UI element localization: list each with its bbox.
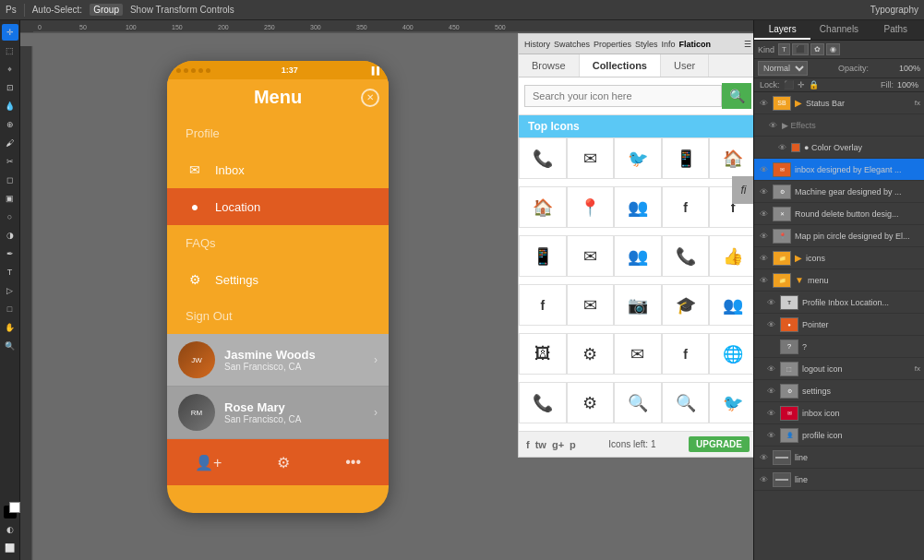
menu-item-profile[interactable]: Profile bbox=[167, 115, 389, 151]
quick-mask[interactable]: ◐ bbox=[2, 521, 18, 538]
properties-tab[interactable]: Properties bbox=[594, 40, 631, 49]
search-input[interactable] bbox=[524, 85, 722, 107]
layer-effects[interactable]: 👁 ▶ Effects bbox=[754, 114, 924, 137]
icon-users[interactable]: 👥 bbox=[614, 235, 662, 277]
layer-line-1[interactable]: 👁 line bbox=[754, 447, 924, 469]
lock-pos-icon[interactable]: ✛ bbox=[798, 80, 805, 89]
facebook-social-icon[interactable]: f bbox=[526, 439, 530, 450]
icon-mail[interactable]: ✉ bbox=[567, 137, 615, 179]
icon-home2[interactable]: 🏠 bbox=[519, 186, 567, 228]
layer-logout[interactable]: 👁 ⬚ logout icon fx bbox=[754, 358, 924, 380]
styles-tab[interactable]: Styles bbox=[635, 40, 658, 49]
visibility-icon[interactable]: 👁 bbox=[758, 453, 769, 462]
icon-phone[interactable]: 📞 bbox=[519, 137, 567, 179]
panel-menu-icon[interactable]: ☰ bbox=[744, 40, 751, 49]
hand-tool[interactable]: ✋ bbox=[2, 319, 18, 336]
shape-tool[interactable]: □ bbox=[2, 301, 18, 317]
pen-tool[interactable]: ✒ bbox=[2, 245, 18, 262]
flaticon-tab[interactable]: Flaticon bbox=[679, 40, 712, 49]
icon-group[interactable]: 👥 bbox=[614, 186, 662, 228]
path-tool[interactable]: ▷ bbox=[2, 282, 18, 299]
paths-tab[interactable]: Paths bbox=[868, 20, 924, 40]
icon-globe[interactable]: 🌐 bbox=[709, 333, 753, 375]
icon-fb4[interactable]: f bbox=[662, 333, 710, 375]
visibility-icon[interactable]: 👁 bbox=[758, 209, 769, 219]
icon-phone2[interactable]: 📱 bbox=[662, 137, 710, 179]
move-tool[interactable]: ✛ bbox=[2, 24, 18, 41]
upgrade-button[interactable]: UPGRADE bbox=[689, 436, 750, 452]
visibility-icon[interactable]: 👁 bbox=[765, 431, 776, 440]
icon-twitter[interactable]: 🐦 bbox=[614, 137, 662, 179]
screen-mode[interactable]: ⬜ bbox=[2, 540, 18, 556]
menu-item-faqs[interactable]: FAQs bbox=[167, 225, 389, 261]
icon-image[interactable]: 🖼 bbox=[519, 333, 567, 375]
icon-mail2[interactable]: ✉ bbox=[567, 284, 615, 326]
zoom-tool[interactable]: 🔍 bbox=[2, 338, 18, 354]
user-item-rose[interactable]: RM Rose Mary San Francisco, CA › bbox=[167, 387, 389, 439]
user-tab[interactable]: User bbox=[661, 54, 709, 77]
icon-gear2[interactable]: ⚙ bbox=[567, 382, 615, 423]
filter-adjust[interactable]: ⬛ bbox=[792, 43, 809, 55]
close-button[interactable]: ✕ bbox=[361, 89, 379, 107]
gplus-social-icon[interactable]: g+ bbox=[552, 439, 564, 450]
history-tab[interactable]: History bbox=[524, 40, 550, 49]
menu-item-inbox[interactable]: ✉ Inbox bbox=[167, 151, 389, 188]
lasso-tool[interactable]: ⌖ bbox=[2, 61, 18, 77]
clone-tool[interactable]: ✂ bbox=[2, 153, 18, 170]
lock-pixel-icon[interactable]: ⬛ bbox=[784, 80, 794, 89]
swatches-tab[interactable]: Swatches bbox=[554, 40, 590, 49]
visibility-icon[interactable]: 👁 bbox=[765, 364, 776, 374]
gradient-tool[interactable]: ▣ bbox=[2, 190, 18, 207]
icon-phone3[interactable]: 📞 bbox=[519, 382, 567, 423]
layer-line-2[interactable]: 👁 line bbox=[754, 469, 924, 491]
icon-home[interactable]: 🏠 bbox=[709, 137, 753, 179]
healing-tool[interactable]: ⊕ bbox=[2, 116, 18, 133]
layer-icons-folder[interactable]: 👁 📁 ▶ icons bbox=[754, 247, 924, 269]
visibility-icon[interactable]: 👁 bbox=[767, 121, 778, 130]
twitter-social-icon[interactable]: tw bbox=[535, 439, 546, 450]
visibility-icon[interactable]: 👁 bbox=[758, 475, 769, 484]
layer-pointer[interactable]: 👁 ● Pointer bbox=[754, 314, 924, 336]
visibility-icon[interactable]: 👁 bbox=[776, 143, 787, 152]
visibility-icon[interactable]: 👁 bbox=[758, 187, 769, 197]
add-user-icon[interactable]: 👤+ bbox=[195, 454, 222, 471]
lock-all-icon[interactable]: 🔒 bbox=[809, 80, 819, 89]
collections-tab[interactable]: Collections bbox=[580, 54, 661, 77]
select-tool[interactable]: ⬚ bbox=[2, 42, 18, 59]
filter-type[interactable]: ✿ bbox=[810, 43, 824, 55]
icon-fb3[interactable]: f bbox=[519, 284, 567, 326]
layer-menu-folder[interactable]: 👁 📁 ▼ menu bbox=[754, 269, 924, 292]
blur-tool[interactable]: ○ bbox=[2, 209, 18, 225]
brush-tool[interactable]: 🖌 bbox=[2, 135, 18, 151]
layer-profile-icon[interactable]: 👁 👤 profile icon bbox=[754, 424, 924, 447]
layer-settings[interactable]: 👁 ⚙ settings bbox=[754, 380, 924, 402]
crop-tool[interactable]: ⊡ bbox=[2, 79, 18, 96]
menu-item-settings[interactable]: ⚙ Settings bbox=[167, 261, 389, 298]
layer-status-bar[interactable]: 👁 SB ▶ Status Bar fx bbox=[754, 92, 924, 114]
gear-icon[interactable]: ⚙ bbox=[277, 454, 290, 471]
layer-map-pin[interactable]: 👁 📍 Map pin circle designed by El... bbox=[754, 225, 924, 247]
icon-call[interactable]: 📞 bbox=[662, 235, 710, 277]
channels-tab[interactable]: Channels bbox=[810, 20, 867, 40]
icon-search[interactable]: 🔍 bbox=[614, 382, 662, 423]
icon-group2[interactable]: 👥 bbox=[709, 284, 753, 326]
layer-machine-gear[interactable]: 👁 ⚙ Machine gear designed by ... bbox=[754, 181, 924, 203]
filter-pixel[interactable]: T bbox=[778, 43, 790, 55]
layer-inbox-icon[interactable]: 👁 ✉ inbox icon bbox=[754, 402, 924, 424]
auto-select-value[interactable]: Group bbox=[90, 4, 123, 16]
icon-twitter2[interactable]: 🐦 bbox=[709, 382, 753, 423]
blend-mode-select[interactable]: Normal bbox=[758, 61, 808, 76]
visibility-icon[interactable]: 👁 bbox=[758, 99, 769, 108]
layer-question[interactable]: ? ? bbox=[754, 336, 924, 358]
icon-facebook[interactable]: f bbox=[662, 186, 710, 228]
icon-location[interactable]: 📍 bbox=[567, 186, 615, 228]
dodge-tool[interactable]: ◑ bbox=[2, 227, 18, 244]
icon-camera[interactable]: 📷 bbox=[614, 284, 662, 326]
menu-item-signout[interactable]: Sign Out bbox=[167, 298, 389, 334]
type-tool[interactable]: T bbox=[2, 264, 18, 280]
filter-shape[interactable]: ◉ bbox=[826, 43, 840, 55]
search-button[interactable]: 🔍 bbox=[722, 83, 751, 109]
icon-thumbsup[interactable]: 👍 bbox=[709, 235, 753, 277]
visibility-icon[interactable]: 👁 bbox=[765, 320, 776, 329]
visibility-icon[interactable]: 👁 bbox=[758, 232, 769, 241]
